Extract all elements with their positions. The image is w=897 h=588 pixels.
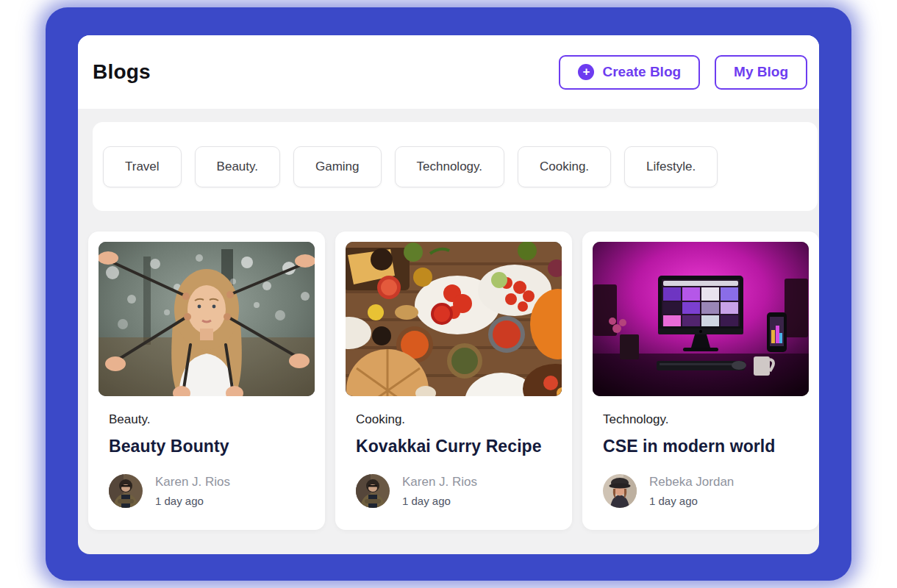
- my-blog-button[interactable]: My Blog: [715, 55, 807, 90]
- blog-card-kovakkai-curry[interactable]: Cooking. Kovakkai Curry Recipe: [335, 232, 572, 530]
- category-button-cooking[interactable]: Cooking.: [518, 146, 611, 187]
- create-blog-label: Create Blog: [602, 64, 681, 80]
- blog-card-beauty-bounty[interactable]: Beauty. Beauty Bounty: [88, 232, 325, 530]
- blog-category: Cooking.: [356, 412, 557, 427]
- category-button-lifestyle[interactable]: Lifestyle.: [624, 146, 718, 187]
- karen-avatar-image: [356, 474, 390, 508]
- post-time: 1 day ago: [402, 495, 477, 507]
- category-button-gaming[interactable]: Gaming: [293, 146, 382, 187]
- blog-category: Technology.: [603, 412, 804, 427]
- karen-avatar-image: [109, 474, 143, 508]
- category-button-travel[interactable]: Travel: [103, 146, 182, 187]
- page-title: Blogs: [93, 60, 151, 84]
- blog-title: Kovakkai Curry Recipe: [356, 437, 557, 456]
- my-blog-label: My Blog: [734, 64, 788, 80]
- content-area: Travel Beauty. Gaming Technology. Cookin…: [78, 122, 819, 530]
- karen-avatar: [356, 474, 390, 508]
- blue-frame: Blogs + Create Blog My Blog Travel Beaut…: [46, 7, 851, 581]
- author-meta: Rebeka Jordan 1 day ago: [649, 475, 734, 507]
- author-row: Karen J. Rios 1 day ago: [356, 474, 557, 508]
- rebeka-avatar: [603, 474, 637, 508]
- blog-category: Beauty.: [109, 412, 310, 427]
- header: Blogs + Create Blog My Blog: [78, 35, 819, 109]
- blog-title: Beauty Bounty: [109, 437, 310, 456]
- card-text: Cooking. Kovakkai Curry Recipe: [346, 396, 562, 508]
- author-meta: Karen J. Rios 1 day ago: [402, 475, 477, 507]
- blog-cover-food-photo: [346, 242, 562, 396]
- author-row: Karen J. Rios 1 day ago: [109, 474, 310, 508]
- post-time: 1 day ago: [155, 495, 230, 507]
- category-button-beauty[interactable]: Beauty.: [195, 146, 280, 187]
- author-row: Rebeka Jordan 1 day ago: [603, 474, 804, 508]
- author-name: Karen J. Rios: [402, 475, 477, 490]
- blog-title: CSE in modern world: [603, 437, 804, 456]
- indian-food-spread-image: [346, 242, 562, 396]
- karen-avatar: [109, 474, 143, 508]
- post-time: 1 day ago: [649, 495, 734, 507]
- makeup-session-image: [99, 242, 315, 396]
- blog-cards: Beauty. Beauty Bounty: [88, 232, 819, 530]
- category-button-technology[interactable]: Technology.: [395, 146, 504, 187]
- author-name: Rebeka Jordan: [649, 475, 734, 490]
- desk-setup-neon-image: [593, 242, 809, 396]
- blog-cover-tech-photo: [593, 242, 809, 396]
- plus-icon: +: [578, 64, 594, 80]
- create-blog-button[interactable]: + Create Blog: [559, 55, 700, 90]
- author-name: Karen J. Rios: [155, 475, 230, 490]
- page-background: Blogs + Create Blog My Blog Travel Beaut…: [0, 0, 897, 588]
- author-meta: Karen J. Rios 1 day ago: [155, 475, 230, 507]
- blog-card-cse-modern-world[interactable]: Technology. CSE in modern world: [582, 232, 819, 530]
- blog-cover-makeup-photo: [99, 242, 315, 396]
- app-panel: Blogs + Create Blog My Blog Travel Beaut…: [78, 35, 819, 554]
- rebeka-avatar-image: [603, 474, 637, 508]
- header-actions: + Create Blog My Blog: [559, 55, 807, 90]
- card-text: Beauty. Beauty Bounty: [99, 396, 315, 508]
- card-text: Technology. CSE in modern world: [593, 396, 809, 508]
- categories-bar: Travel Beauty. Gaming Technology. Cookin…: [93, 122, 818, 211]
